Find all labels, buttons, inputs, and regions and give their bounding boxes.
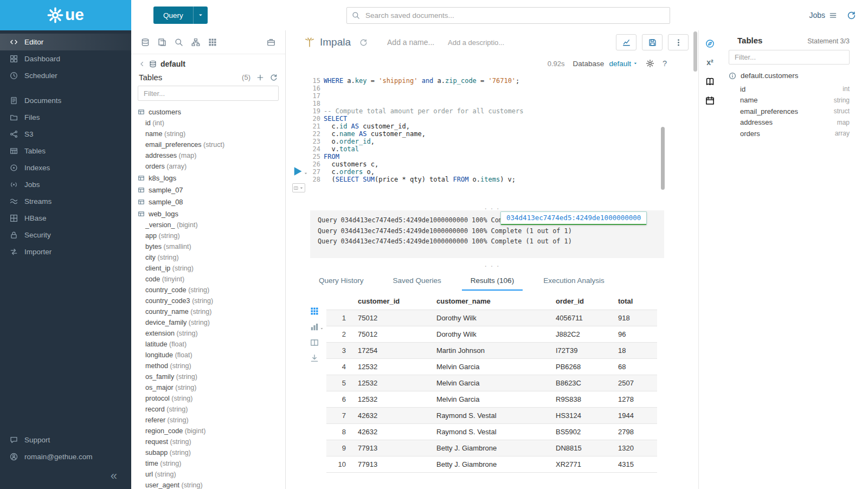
sidebar-item-s3[interactable]: S3 xyxy=(0,126,131,143)
snippet-settings-button[interactable] xyxy=(292,183,305,192)
assistant-icon[interactable] xyxy=(705,39,715,48)
assist-column-extension[interactable]: extension (string) xyxy=(138,328,285,339)
add-table-icon[interactable] xyxy=(256,74,264,81)
grid-view-icon[interactable] xyxy=(310,307,319,316)
new-query-button[interactable]: Query xyxy=(153,7,194,24)
main-scrollbar[interactable] xyxy=(693,31,697,72)
assist-column-app[interactable]: app (string) xyxy=(138,230,285,241)
save-button[interactable] xyxy=(642,34,663,50)
sidebar-item-hbase[interactable]: HBase xyxy=(0,210,131,227)
assist-table-web-logs[interactable]: web_logs xyxy=(138,208,285,220)
database-icon[interactable] xyxy=(141,38,150,47)
assist-column-country-name[interactable]: country_name (string) xyxy=(138,306,285,317)
sitemap-icon[interactable] xyxy=(191,38,200,47)
query-logs[interactable]: Query 034d413ec7474ed5:4249de1000000000 … xyxy=(310,210,664,258)
assist-column-os-major[interactable]: os_major (string) xyxy=(138,382,285,393)
tab-execution-analysis[interactable]: Execution Analysis xyxy=(535,272,613,291)
tab-results-106[interactable]: Results (106) xyxy=(462,272,523,291)
query-history-icon[interactable] xyxy=(359,38,368,47)
assist-column-latitude[interactable]: latitude (float) xyxy=(138,339,285,350)
assist-table-k8s-logs[interactable]: k8s_logs xyxy=(138,172,285,184)
sidebar-item-scheduler[interactable]: Scheduler xyxy=(0,67,131,84)
hue-logo[interactable]: ue xyxy=(0,0,131,30)
chart-view-icon[interactable] xyxy=(310,323,319,331)
query-dropdown-button[interactable] xyxy=(194,7,208,24)
column-header-customer-name[interactable]: customer_name xyxy=(432,293,551,310)
sidebar-item-editor[interactable]: Editor xyxy=(0,34,131,50)
sidebar-item-importer[interactable]: Importer xyxy=(0,243,131,260)
more-actions-button[interactable] xyxy=(668,34,689,50)
assist-column-city[interactable]: city (string) xyxy=(138,252,285,263)
apps-grid-icon[interactable] xyxy=(208,38,217,47)
column-header-customer-id[interactable]: customer_id xyxy=(353,293,432,310)
assist-table-sample-08[interactable]: sample_08 xyxy=(138,196,285,208)
assist-table-customers[interactable]: customers xyxy=(138,106,285,118)
right-column-email-preferences[interactable]: email_preferencesstruct xyxy=(729,106,850,117)
assist-column-bytes[interactable]: bytes (smallint) xyxy=(138,241,285,252)
info-icon[interactable] xyxy=(729,72,736,80)
resize-handle[interactable]: · · · xyxy=(286,206,698,210)
assist-column-addresses[interactable]: addresses (map) xyxy=(138,150,285,161)
result-row[interactable]: 512532Melvin GarciaB8623C2507 xyxy=(326,375,657,391)
search-input[interactable] xyxy=(346,7,670,24)
assist-column-code[interactable]: code (tinyint) xyxy=(138,274,285,285)
assist-column-email-preferences[interactable]: email_preferences (struct) xyxy=(138,139,285,150)
search-icon[interactable] xyxy=(175,38,183,47)
assist-column-time[interactable]: time (string) xyxy=(138,458,285,469)
query-name-input[interactable] xyxy=(387,38,441,47)
database-selector[interactable]: default xyxy=(609,60,638,68)
sidebar-item-indexes[interactable]: Indexes xyxy=(0,159,131,176)
sidebar-item-documents[interactable]: Documents xyxy=(0,92,131,109)
briefcase-icon[interactable] xyxy=(267,38,275,47)
assist-column-subapp[interactable]: subapp (string) xyxy=(138,447,285,458)
execute-options-caret[interactable] xyxy=(304,171,308,176)
column-header-order-id[interactable]: order_id xyxy=(551,293,614,310)
sidebar-item-jobs[interactable]: Jobs xyxy=(0,176,131,193)
assist-column-region-code[interactable]: region_code (bigint) xyxy=(138,426,285,436)
result-row[interactable]: 1077913Betty J. GiambroneXR27714315 xyxy=(326,456,657,473)
result-row[interactable]: 275012Dorothy WilkJ882C296 xyxy=(326,326,657,343)
right-column-name[interactable]: namestring xyxy=(729,95,850,106)
refresh-icon[interactable] xyxy=(270,74,278,81)
download-icon[interactable] xyxy=(310,354,319,363)
assist-column-protocol[interactable]: protocol (string) xyxy=(138,393,285,404)
assist-column-orders[interactable]: orders (array) xyxy=(138,161,285,172)
table-filter-input[interactable] xyxy=(138,86,279,101)
calendar-icon[interactable] xyxy=(705,96,715,105)
result-row[interactable]: 317254Martin JohnsonI72T3918 xyxy=(326,343,657,359)
active-table-name[interactable]: default.customers xyxy=(741,72,799,80)
assist-column-url[interactable]: url (string) xyxy=(138,469,285,480)
history-icon[interactable] xyxy=(847,11,856,20)
sidebar-item-dashboard[interactable]: Dashboard xyxy=(0,50,131,67)
settings-gear-icon[interactable] xyxy=(646,59,654,68)
sql-code-area[interactable]: WHERE a.key = 'shipping' and a.zip_code … xyxy=(324,77,655,183)
right-column-orders[interactable]: ordersarray xyxy=(729,128,850,139)
query-id-popover[interactable]: 034d413ec7474ed5:4249de1000000000 xyxy=(500,211,647,225)
editor-scrollbar[interactable] xyxy=(661,127,665,190)
assist-column-record[interactable]: record (string) xyxy=(138,404,285,415)
right-column-addresses[interactable]: addressesmap xyxy=(729,117,850,128)
assist-column-client-ip[interactable]: client_ip (string) xyxy=(138,263,285,274)
tab-saved-queries[interactable]: Saved Queries xyxy=(384,272,450,291)
assist-column-os-family[interactable]: os_family (string) xyxy=(138,371,285,382)
right-column-id[interactable]: idint xyxy=(729,83,850,95)
tab-query-history[interactable]: Query History xyxy=(310,272,372,291)
user-menu[interactable]: romain@gethue.com xyxy=(0,448,131,465)
assist-column-user-agent[interactable]: user_agent (string) xyxy=(138,480,285,489)
assist-column-method[interactable]: method (string) xyxy=(138,361,285,371)
assist-column-country-code[interactable]: country_code (string) xyxy=(138,285,285,295)
result-row[interactable]: 842632Raymond S. VestalBS59022798 xyxy=(326,424,657,440)
documents-copy-icon[interactable] xyxy=(158,38,166,47)
sidebar-item-streams[interactable]: Streams xyxy=(0,193,131,210)
sidebar-item-tables[interactable]: Tables xyxy=(0,143,131,159)
collapse-sidebar-button[interactable]: « xyxy=(0,465,131,487)
back-chevron-icon[interactable] xyxy=(139,61,145,67)
column-header-total[interactable]: total xyxy=(614,293,657,310)
assist-table-sample-07[interactable]: sample_07 xyxy=(138,184,285,196)
query-description-input[interactable] xyxy=(448,38,509,47)
execute-button[interactable] xyxy=(292,166,303,177)
right-assist-filter-input[interactable] xyxy=(729,50,850,65)
result-row[interactable]: 977913Betty J. GiambroneDN88151320 xyxy=(326,440,657,456)
sidebar-item-security[interactable]: Security xyxy=(0,227,131,243)
chart-button[interactable] xyxy=(616,34,636,50)
